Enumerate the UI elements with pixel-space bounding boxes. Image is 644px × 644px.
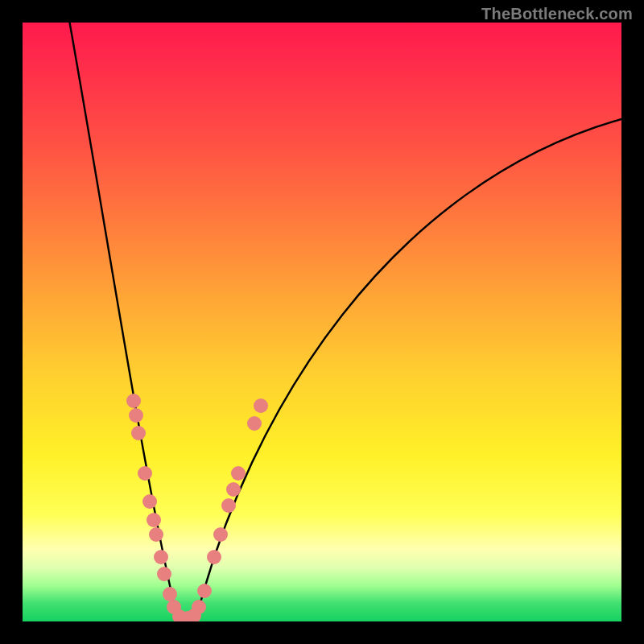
- data-point: [126, 394, 141, 408]
- watermark-label: TheBottleneck.com: [481, 5, 633, 23]
- data-point: [207, 550, 221, 564]
- data-point: [192, 600, 206, 614]
- data-point: [154, 550, 168, 564]
- data-point: [147, 513, 161, 527]
- data-point: [138, 466, 152, 481]
- data-point: [157, 567, 171, 581]
- data-point: [247, 416, 262, 431]
- data-point: [226, 482, 241, 497]
- data-point: [221, 498, 236, 513]
- plot-area: [23, 23, 621, 621]
- data-point: [254, 398, 268, 413]
- data-point: [149, 527, 163, 542]
- data-point: [163, 587, 177, 601]
- data-point: [213, 527, 228, 542]
- data-point: [142, 494, 157, 509]
- data-point: [131, 426, 146, 440]
- data-point: [231, 466, 246, 481]
- data-point: [197, 584, 212, 598]
- points-layer: [23, 23, 621, 621]
- data-point: [129, 408, 143, 423]
